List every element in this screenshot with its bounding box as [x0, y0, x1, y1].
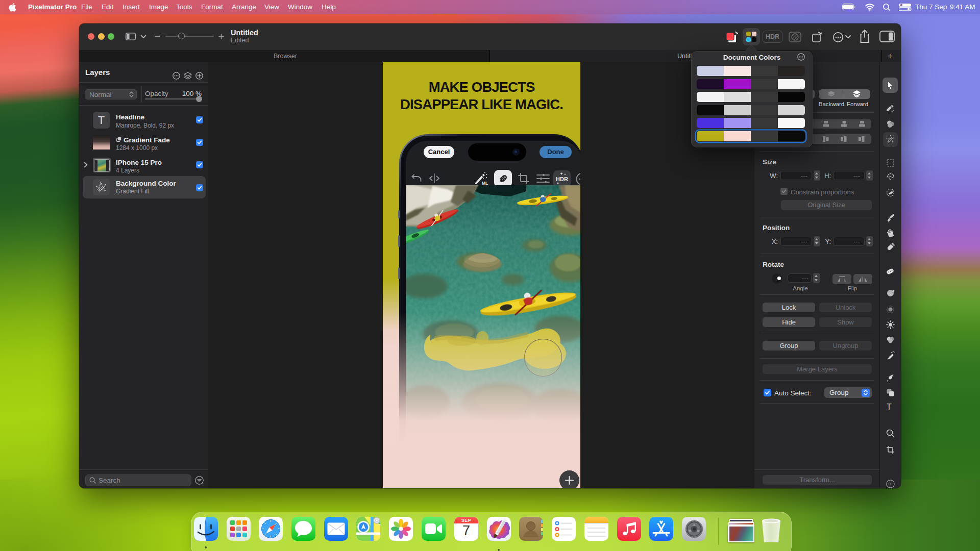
svg-text:HDR: HDR	[556, 176, 568, 182]
